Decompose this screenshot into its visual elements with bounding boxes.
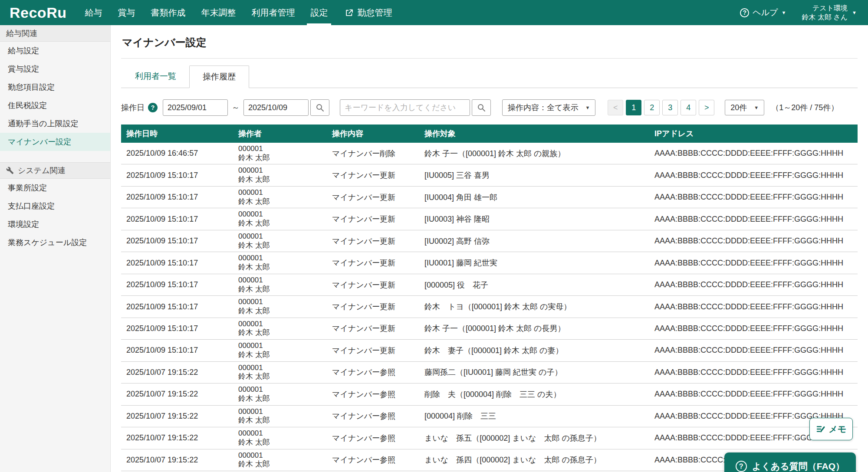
cell-datetime: 2025/10/09 15:10:17 xyxy=(121,252,233,274)
cell-operation: マイナンバー更新 xyxy=(327,274,419,295)
chevron-down-icon: ▼ xyxy=(585,105,590,110)
sidebar-item-office-settings[interactable]: 事業所設定 xyxy=(0,179,110,197)
nav-item-yearend-adjustment[interactable]: 年末調整 xyxy=(201,0,236,25)
sidebar-item-environment-settings[interactable]: 環境設定 xyxy=(0,215,110,233)
cell-ip-address: AAAA:BBBB:CCCC:DDDD:EEEE:FFFF:GGGG:HHHH xyxy=(649,208,858,230)
pagination-page-1[interactable]: 1 xyxy=(626,100,641,115)
cell-operation: マイナンバー更新 xyxy=(327,296,419,318)
user-menu[interactable]: テスト環境 鈴木 太郎 さん ▼ xyxy=(802,3,857,22)
sidebar-item-payment-account-settings[interactable]: 支払口座設定 xyxy=(0,197,110,215)
header-ip-address: IPアドレス xyxy=(649,125,858,143)
cell-operation: マイナンバー参照 xyxy=(327,361,419,383)
nav-item-settings[interactable]: 設定 xyxy=(310,0,328,25)
operator-id: 000001 xyxy=(238,298,322,307)
sidebar-item-commute-allowance-limit-settings[interactable]: 通勤手当の上限設定 xyxy=(0,115,110,133)
date-from-input[interactable] xyxy=(163,99,228,116)
pagination-next-button[interactable]: > xyxy=(699,100,714,115)
nav-item-bonus[interactable]: 賞与 xyxy=(118,0,135,25)
cell-target: 鈴木 子一（[000001] 鈴木 太郎 の長男） xyxy=(419,318,649,339)
operator-name: 鈴木 太郎 xyxy=(238,351,322,360)
sidebar-item-business-schedule-settings[interactable]: 業務スケジュール設定 xyxy=(0,233,110,252)
cell-operator: 000001 鈴木 太郎 xyxy=(233,252,327,274)
tab-bar: 利用者一覧 操作履歴 xyxy=(121,66,858,88)
faq-button[interactable]: ？ よくある質問（FAQ） xyxy=(724,452,856,472)
pagination-prev-button[interactable]: < xyxy=(608,100,623,115)
nav-item-user-management[interactable]: 利用者管理 xyxy=(251,0,295,25)
nav-attendance-management-link[interactable]: 勤怠管理 xyxy=(345,0,392,25)
cell-operator: 000001 鈴木 太郎 xyxy=(233,230,327,252)
operator-id: 000001 xyxy=(238,429,322,438)
operator-id: 000001 xyxy=(238,144,322,154)
environment-label: テスト環境 xyxy=(802,3,848,13)
date-search-button[interactable] xyxy=(310,99,329,116)
search-icon xyxy=(477,103,486,112)
operator-name: 鈴木 太郎 xyxy=(238,154,322,163)
memo-button[interactable]: メモ xyxy=(809,418,853,440)
sidebar-item-attendance-item-settings[interactable]: 勤怠項目設定 xyxy=(0,78,110,96)
cell-ip-address: AAAA:BBBB:CCCC:DDDD:EEEE:FFFF:GGGG:HHHH xyxy=(649,274,858,295)
faq-question-icon: ？ xyxy=(736,461,747,472)
operator-name: 鈴木 太郎 xyxy=(238,241,322,250)
cell-ip-address: AAAA:BBBB:CCCC:DDDD:EEEE:FFFF:GGGG:HHHH xyxy=(649,143,858,164)
cell-datetime: 2025/10/09 15:10:17 xyxy=(121,340,233,361)
cell-datetime: 2025/10/07 19:15:22 xyxy=(121,405,233,427)
cell-operator: 000001 鈴木 太郎 xyxy=(233,186,327,208)
cell-datetime: 2025/10/09 16:46:57 xyxy=(121,143,233,164)
tab-user-list[interactable]: 利用者一覧 xyxy=(122,66,189,88)
pagination-page-4[interactable]: 4 xyxy=(681,100,696,115)
sidebar-item-bonus-settings[interactable]: 賞与設定 xyxy=(0,60,110,78)
cell-target: 削除 夫（[000004] 削除 三三 の夫） xyxy=(419,384,649,405)
tab-operation-history[interactable]: 操作履歴 xyxy=(189,66,249,88)
cell-target: [000004] 削除 三三 xyxy=(419,405,649,427)
pagination-page-2[interactable]: 2 xyxy=(644,100,660,115)
faq-label: よくある質問（FAQ） xyxy=(752,460,845,472)
keyword-search-button[interactable] xyxy=(472,99,491,116)
cell-datetime: 2025/10/07 19:15:22 xyxy=(121,449,233,471)
help-menu[interactable]: ? ヘルプ ▼ xyxy=(740,7,786,18)
operator-id: 000001 xyxy=(238,385,322,394)
cell-datetime: 2025/10/09 15:10:17 xyxy=(121,274,233,295)
operator-id: 000001 xyxy=(238,341,322,351)
sidebar-item-salary-settings[interactable]: 給与設定 xyxy=(0,42,110,60)
operation-type-select[interactable]: 操作内容：全て表示 ▼ xyxy=(502,99,595,116)
cell-target: 鈴木 妻子（[000001] 鈴木 太郎 の妻） xyxy=(419,340,649,361)
header-operation: 操作内容 xyxy=(327,125,419,143)
operator-name: 鈴木 太郎 xyxy=(238,416,322,425)
operator-id: 000001 xyxy=(238,320,322,329)
page-title: マイナンバー設定 xyxy=(121,25,858,59)
header-operator: 操作者 xyxy=(233,125,327,143)
page-size-select[interactable]: 20件 ▼ xyxy=(725,100,764,115)
cell-target: [IU0004] 角田 雄一郎 xyxy=(419,186,649,208)
top-navigation-bar: RecoRu 給与 賞与 書類作成 年末調整 利用者管理 設定 勤怠管理 ? ヘ… xyxy=(0,0,868,25)
nav-item-salary[interactable]: 給与 xyxy=(85,0,102,25)
cell-ip-address: AAAA:BBBB:CCCC:DDDD:EEEE:FFFF:GGGG:HHHH xyxy=(649,230,858,252)
nav-item-documents[interactable]: 書類作成 xyxy=(151,0,185,25)
main-content: マイナンバー設定 利用者一覧 操作履歴 操作日 ? ～ xyxy=(111,25,868,472)
chevron-down-icon: ▼ xyxy=(754,105,759,110)
filter-bar: 操作日 ? ～ 操作内容：全て表示 ▼ xyxy=(121,99,858,116)
cell-ip-address: AAAA:BBBB:CCCC:DDDD:EEEE:FFFF:GGGG:HHHH xyxy=(649,340,858,361)
sidebar-item-mynumber-settings[interactable]: マイナンバー設定 xyxy=(0,133,110,151)
date-to-input[interactable] xyxy=(243,99,309,116)
cell-ip-address: AAAA:BBBB:CCCC:DDDD:EEEE:FFFF:GGGG:HHHH xyxy=(649,296,858,318)
keyword-search-input[interactable] xyxy=(340,99,470,116)
cell-ip-address: AAAA:BBBB:CCCC:DDDD:EEEE:FFFF:GGGG:HHHH xyxy=(649,164,858,186)
table-row: 2025/10/09 15:10:17 000001 鈴木 太郎 マイナンバー更… xyxy=(121,296,858,318)
table-row: 2025/10/09 15:10:17 000001 鈴木 太郎 マイナンバー更… xyxy=(121,164,858,186)
pagination-page-3[interactable]: 3 xyxy=(662,100,678,115)
table-row: 2025/10/07 19:15:22 000001 鈴木 太郎 マイナンバー参… xyxy=(121,427,858,449)
operator-name: 鈴木 太郎 xyxy=(238,263,322,272)
recoru-logo[interactable]: RecoRu xyxy=(10,0,66,25)
cell-target: 鈴木 子一（[000001] 鈴木 太郎 の親族） xyxy=(419,143,649,164)
operator-name: 鈴木 太郎 xyxy=(238,307,322,316)
cell-datetime: 2025/10/09 15:10:17 xyxy=(121,230,233,252)
cell-target: 藤岡孫二（[IU0001] 藤岡 紀世実 の子） xyxy=(419,361,649,383)
operator-id: 000001 xyxy=(238,166,322,175)
help-label: ヘルプ xyxy=(753,7,778,18)
sidebar-item-resident-tax-settings[interactable]: 住民税設定 xyxy=(0,96,110,115)
date-help-icon[interactable]: ? xyxy=(148,103,158,112)
sidebar-section-salary-related: 給与関連 xyxy=(0,25,110,42)
operation-date-label-group: 操作日 ? xyxy=(121,102,158,113)
operator-id: 000001 xyxy=(238,364,322,373)
cell-operator: 000001 鈴木 太郎 xyxy=(233,427,327,449)
